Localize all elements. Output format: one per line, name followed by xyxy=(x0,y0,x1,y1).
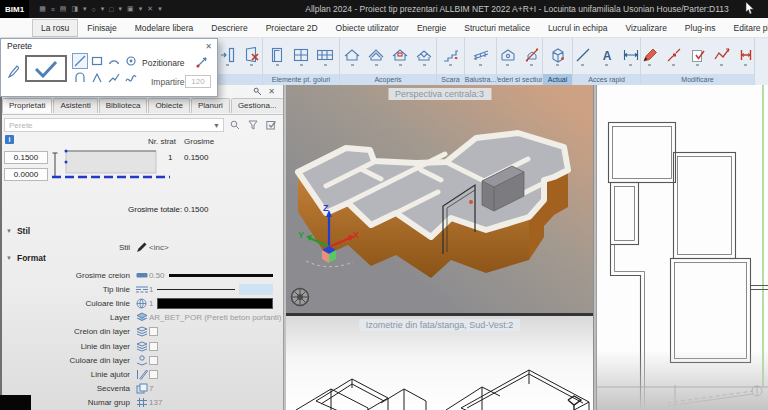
stil-value[interactable]: <inc> xyxy=(149,243,283,252)
window-icon[interactable] xyxy=(293,47,310,66)
format-row-secventa[interactable]: Secventa 7 xyxy=(0,382,283,396)
menu-item[interactable]: Structuri metalice xyxy=(455,19,539,37)
elevation-icon[interactable] xyxy=(499,47,516,66)
menu-icon[interactable]: ≡ xyxy=(51,6,55,13)
open-icon[interactable]: ◨ xyxy=(71,5,78,13)
spline-wall-icon[interactable] xyxy=(123,70,139,86)
format-row-linie-ajutor[interactable]: Linie ajutor xyxy=(0,367,283,381)
dimension-icon[interactable] xyxy=(622,47,639,66)
checkbox[interactable] xyxy=(149,327,158,336)
pin-icon[interactable] xyxy=(253,87,262,96)
polyline-edit-icon[interactable] xyxy=(713,47,730,66)
tab-biblioteca[interactable]: Biblioteca xyxy=(99,98,148,113)
menu-item[interactable]: Descriere xyxy=(202,19,256,37)
circle-wall-icon[interactable] xyxy=(123,53,139,69)
section-header-format[interactable]: ▼Format xyxy=(6,253,46,263)
chevron-down-icon[interactable]: ▾ xyxy=(83,5,87,13)
element-selector-combobox[interactable]: Perete ▼ xyxy=(4,118,224,132)
tab-proprietati[interactable]: Proprietati xyxy=(2,98,52,113)
chevron-down-icon[interactable]: ▾ xyxy=(158,5,162,13)
close-icon[interactable]: ✕ xyxy=(205,42,212,51)
undo-icon[interactable]: ○ xyxy=(92,6,96,13)
viewport-floor-plan[interactable] xyxy=(597,85,768,410)
move-icon[interactable] xyxy=(737,47,754,66)
chevron-down-icon[interactable]: ▾ xyxy=(119,5,123,13)
viewport-title[interactable]: Perspectiva centrala:3 xyxy=(388,88,491,100)
rectangle-wall-icon[interactable] xyxy=(89,53,105,69)
format-row-layer[interactable]: Layer AR_BET_POR (Pereti beton portanti) xyxy=(0,311,283,325)
close-icon[interactable]: ✕ xyxy=(268,87,275,96)
delete-icon[interactable]: ✕ xyxy=(147,5,153,13)
menu-item[interactable]: Modelare libera xyxy=(126,19,203,37)
edit-pencil-icon[interactable] xyxy=(641,47,658,66)
chevron-down-icon[interactable]: ▾ xyxy=(139,5,143,13)
checkbox[interactable] xyxy=(149,356,158,365)
text-icon[interactable]: A xyxy=(598,47,615,66)
format-row-tip-linie[interactable]: Tip linie 1 xyxy=(0,282,283,296)
copy-check-icon[interactable] xyxy=(689,47,706,66)
copy-icon[interactable]: □ xyxy=(109,6,113,13)
menu-item[interactable]: Obiecte utilizator xyxy=(327,19,408,37)
viewport-isometric[interactable]: Izometrie din fata/stanga, Sud-Vest:2 xyxy=(286,316,593,410)
impartire-field[interactable]: 120 xyxy=(185,75,211,88)
door-icon[interactable] xyxy=(269,47,286,66)
search-icon[interactable] xyxy=(230,120,240,130)
viewport-title[interactable]: Izometrie din fata/stanga, Sud-Vest:2 xyxy=(359,319,521,331)
window-icon[interactable]: ▦ xyxy=(39,5,46,13)
menu-item[interactable]: Energie xyxy=(408,19,455,37)
dormer-icon[interactable] xyxy=(416,47,433,66)
roof-plane-icon[interactable] xyxy=(368,47,385,66)
format-row-creion-din-layer[interactable]: Creion din layer xyxy=(0,325,283,339)
section-header-stil[interactable]: ▼Stil xyxy=(6,226,30,236)
roof-window-icon[interactable] xyxy=(392,47,409,66)
tab-obiecte[interactable]: Obiecte xyxy=(148,98,190,113)
line-icon[interactable] xyxy=(574,47,591,66)
menu-item[interactable]: Plug-ins xyxy=(676,19,725,37)
quick-access-toolbar[interactable]: ▦ ≡ ▤ ◨ ▾ ○ ▾ □ ▾ ▣ ▾ ✕ ▾ xyxy=(39,5,162,13)
checkbox[interactable] xyxy=(149,342,158,351)
save-icon[interactable]: ▤ xyxy=(60,5,67,13)
menu-item[interactable]: Editare planse xyxy=(725,19,768,37)
format-row-numar-grup[interactable]: Numar grup 137 xyxy=(0,396,283,410)
checkbox-edit-icon[interactable] xyxy=(266,120,277,130)
tab-asistenti[interactable]: Asistenti xyxy=(53,98,97,113)
format-row-culoare-linie[interactable]: Culoare linie 1 xyxy=(0,296,283,310)
menu-item[interactable]: Lucrul in echipa xyxy=(539,19,617,37)
format-row-grosime-creion[interactable]: Grosime creion 0.50 xyxy=(0,268,283,282)
menu-item[interactable]: Finisaje xyxy=(78,19,125,37)
format-row-linie-din-layer[interactable]: Linie din layer xyxy=(0,339,283,353)
menu-item-la-rosu[interactable]: La rosu xyxy=(32,19,78,37)
polyline-wall-icon[interactable] xyxy=(106,70,122,86)
tab-gestionare[interactable]: Gestiona... xyxy=(231,98,283,113)
roof-icon[interactable] xyxy=(344,47,361,66)
arc-wall-icon[interactable] xyxy=(106,53,122,69)
offset-bottom-field[interactable]: 0.0000 xyxy=(4,168,48,181)
stretch-icon[interactable] xyxy=(665,47,682,66)
positioning-icon[interactable] xyxy=(195,56,208,69)
gable-wall-icon[interactable] xyxy=(89,70,105,86)
offset-top-field[interactable]: 0.1500 xyxy=(4,151,48,164)
info-icon[interactable]: i xyxy=(5,135,14,144)
section-icon[interactable] xyxy=(523,47,540,66)
chevron-down-icon[interactable]: ▼ xyxy=(213,122,220,129)
format-row-culoare-din-layer[interactable]: Culoare din layer xyxy=(0,353,283,367)
wall-3d-icon[interactable] xyxy=(549,47,566,66)
panel-left-edge xyxy=(0,85,2,410)
checkbox[interactable] xyxy=(149,370,158,379)
arch-wall-icon[interactable] xyxy=(72,70,88,86)
menu-item[interactable]: Vizualizare xyxy=(616,19,675,37)
paste-icon[interactable]: ▣ xyxy=(127,5,134,13)
chevron-down-icon[interactable]: ▾ xyxy=(101,5,105,13)
railing-icon[interactable] xyxy=(472,47,489,66)
insert-wall-opening-icon[interactable] xyxy=(219,47,236,66)
tab-planuri[interactable]: Planuri xyxy=(191,98,230,113)
window-band-icon[interactable] xyxy=(317,47,334,66)
delete-opening-icon[interactable] xyxy=(243,47,260,66)
menu-item[interactable]: Proiectare 2D xyxy=(257,19,327,37)
stair-icon[interactable] xyxy=(442,47,459,66)
properties-pen-icon[interactable] xyxy=(7,64,19,78)
apply-button[interactable] xyxy=(25,55,67,82)
viewport-perspective[interactable]: Z X Y Perspectiva centrala:3 xyxy=(286,85,593,313)
filter-icon[interactable] xyxy=(248,120,258,130)
straight-wall-icon[interactable] xyxy=(72,53,88,69)
